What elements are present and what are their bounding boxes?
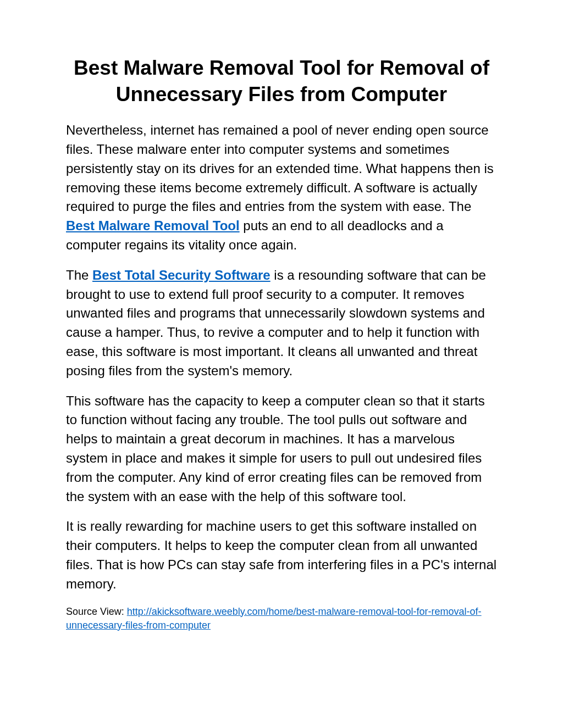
paragraph-3: This software has the capacity to keep a… [66,392,497,507]
para2-text-before: The [66,268,92,282]
paragraph-2: The Best Total Security Software is a re… [66,266,497,381]
para2-text-after: is a resounding software that can be bro… [66,268,486,378]
source-url-link[interactable]: http://akicksoftware.weebly.com/home/bes… [66,606,482,631]
malware-removal-tool-link[interactable]: Best Malware Removal Tool [66,218,240,233]
source-line: Source View: http://akicksoftware.weebly… [66,605,497,632]
total-security-software-link[interactable]: Best Total Security Software [92,268,271,282]
paragraph-4: It is really rewarding for machine users… [66,517,497,593]
document-title: Best Malware Removal Tool for Removal of… [66,55,497,108]
paragraph-1: Nevertheless, internet has remained a po… [66,121,497,255]
para1-text-before: Nevertheless, internet has remained a po… [66,123,494,214]
source-label: Source View: [66,606,127,617]
